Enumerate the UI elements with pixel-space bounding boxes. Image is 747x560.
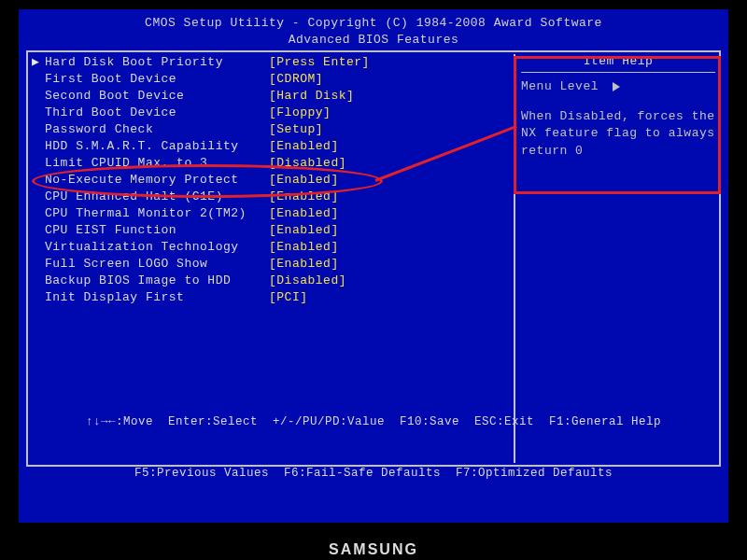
setting-row[interactable]: Full Screen LOGO Show[Enabled]: [32, 256, 510, 273]
setting-value[interactable]: [Enabled]: [269, 189, 339, 205]
setting-label: Third Boot Device: [45, 105, 269, 121]
help-menu-level: Menu Level: [521, 78, 715, 95]
setting-row[interactable]: Limit CPUID Max. to 3[Disabled]: [32, 155, 510, 172]
footer-hints: ↑↓→←:Move Enter:Select +/-/PU/PD:Value F…: [26, 380, 721, 515]
setting-label: HDD S.M.A.R.T. Capability: [45, 138, 269, 155]
setting-value[interactable]: [CDROM]: [269, 71, 323, 88]
setting-label: First Boot Device: [45, 71, 269, 88]
setting-value[interactable]: [Disabled]: [269, 155, 346, 172]
pointer-icon: [32, 222, 45, 239]
pointer-icon: [32, 88, 45, 105]
pointer-icon: ▶: [32, 54, 45, 71]
setting-label: No-Execute Memory Protect: [45, 172, 269, 189]
pointer-icon: [32, 138, 45, 155]
setting-label: Limit CPUID Max. to 3: [45, 155, 269, 172]
pointer-icon: [32, 155, 45, 172]
setting-value[interactable]: [Enabled]: [269, 222, 339, 239]
setting-value[interactable]: [PCI]: [269, 289, 308, 306]
pointer-icon: [32, 256, 45, 273]
monitor-brand: SAMSUNG: [0, 541, 747, 558]
setting-label: Init Display First: [45, 289, 269, 306]
setting-row[interactable]: HDD S.M.A.R.T. Capability[Enabled]: [32, 138, 510, 155]
setting-value[interactable]: [Enabled]: [269, 256, 339, 273]
pointer-icon: [32, 105, 45, 121]
pointer-icon: [32, 273, 45, 289]
setting-label: Second Boot Device: [45, 88, 269, 105]
setting-label: CPU Enhanced Halt (C1E): [45, 189, 269, 205]
setting-row[interactable]: Virtualization Technology[Enabled]: [32, 239, 510, 256]
setting-row[interactable]: ▶Hard Disk Boot Priority[Press Enter]: [32, 54, 510, 71]
setting-label: Password Check: [45, 121, 269, 138]
pointer-icon: [32, 239, 45, 256]
footer-line-1: ↑↓→←:Move Enter:Select +/-/PU/PD:Value F…: [26, 413, 721, 430]
setting-value[interactable]: [Setup]: [269, 121, 323, 138]
setting-row[interactable]: Second Boot Device[Hard Disk]: [32, 88, 510, 105]
setting-label: CPU EIST Function: [45, 222, 269, 239]
setting-row[interactable]: Third Boot Device[Floppy]: [32, 105, 510, 121]
footer-line-2: F5:Previous Values F6:Fail-Safe Defaults…: [26, 465, 721, 482]
setting-value[interactable]: [Hard Disk]: [269, 88, 354, 105]
setting-label: Backup BIOS Image to HDD: [45, 273, 269, 289]
pointer-icon: [32, 189, 45, 205]
help-separator: [521, 72, 715, 73]
help-body: When Disabled, forces the NX feature fla…: [521, 108, 715, 160]
setting-label: Hard Disk Boot Priority: [45, 54, 269, 71]
pointer-icon: [32, 289, 45, 306]
setting-value[interactable]: [Press Enter]: [269, 54, 370, 71]
title-line-1: CMOS Setup Utility - Copyright (C) 1984-…: [19, 15, 728, 32]
setting-value[interactable]: [Enabled]: [269, 138, 339, 155]
setting-row[interactable]: No-Execute Memory Protect[Enabled]: [32, 172, 510, 189]
setting-row[interactable]: Backup BIOS Image to HDD[Disabled]: [32, 273, 510, 289]
title-line-2: Advanced BIOS Features: [19, 32, 728, 49]
pointer-icon: [32, 121, 45, 138]
setting-row[interactable]: CPU Thermal Monitor 2(TM2)[Enabled]: [32, 205, 510, 222]
spacer: [521, 95, 715, 108]
setting-value[interactable]: [Disabled]: [269, 273, 346, 289]
title-area: CMOS Setup Utility - Copyright (C) 1984-…: [19, 9, 728, 50]
setting-row[interactable]: CPU Enhanced Halt (C1E)[Enabled]: [32, 189, 510, 205]
pointer-icon: [32, 205, 45, 222]
bios-screen: CMOS Setup Utility - Copyright (C) 1984-…: [19, 9, 728, 523]
help-menu-level-label: Menu Level: [521, 79, 599, 93]
setting-label: CPU Thermal Monitor 2(TM2): [45, 205, 269, 222]
setting-value[interactable]: [Enabled]: [269, 172, 339, 189]
right-arrow-icon: [613, 82, 620, 91]
help-title: Item Help: [521, 54, 715, 70]
setting-label: Full Screen LOGO Show: [45, 256, 269, 273]
setting-value[interactable]: [Floppy]: [269, 105, 331, 121]
setting-row[interactable]: Init Display First[PCI]: [32, 289, 510, 306]
setting-row[interactable]: Password Check[Setup]: [32, 121, 510, 138]
setting-value[interactable]: [Enabled]: [269, 205, 339, 222]
setting-row[interactable]: First Boot Device[CDROM]: [32, 71, 510, 88]
setting-label: Virtualization Technology: [45, 239, 269, 256]
pointer-icon: [32, 71, 45, 88]
setting-row[interactable]: CPU EIST Function[Enabled]: [32, 222, 510, 239]
pointer-icon: [32, 172, 45, 189]
setting-value[interactable]: [Enabled]: [269, 239, 339, 256]
